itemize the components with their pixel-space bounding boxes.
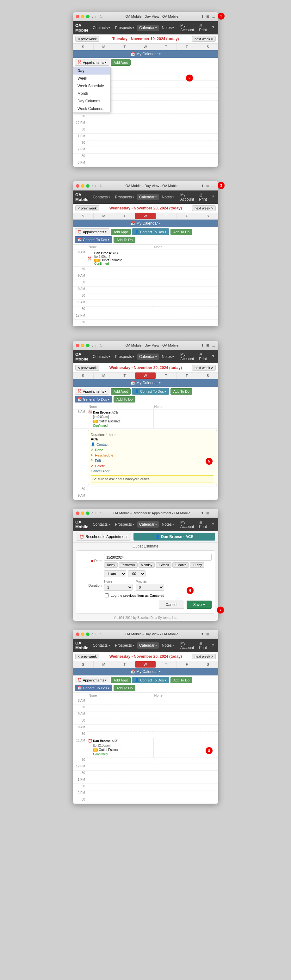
refresh-btn-3[interactable]: ↻ <box>99 343 103 348</box>
nav-contacts-2[interactable]: Contacts ▾ <box>91 194 112 200</box>
add-todo-btn-2[interactable]: Add To Do <box>171 229 192 235</box>
time-slot-12pm[interactable] <box>87 120 218 127</box>
save-form-btn[interactable]: Save ▾ <box>187 601 212 609</box>
share-icon-4[interactable]: ⬆ <box>201 511 204 515</box>
tab-icon-3[interactable]: ⊞ <box>206 344 209 347</box>
minimize-btn-4[interactable] <box>81 511 85 515</box>
back-btn-3[interactable]: ‹ <box>91 343 93 348</box>
contact-todo-btn-5[interactable]: 👤 Contact To Dos ▾ <box>132 677 169 683</box>
nav-notes-2[interactable]: Notes ▾ <box>160 194 176 200</box>
appt-entry-3[interactable]: ⏰ Dan Broese ACE [to 9:00am] 🟡 Outlet Es… <box>88 410 153 428</box>
day-w1-2[interactable]: W <box>135 213 156 219</box>
appt-entry-5[interactable]: ⏰ Dan Broese ACE [to 12:00pm] 🟡 Outlet E… <box>88 739 153 756</box>
close-btn-3[interactable] <box>76 344 79 347</box>
monday-btn[interactable]: Monday <box>139 562 155 568</box>
prev-week-btn-5[interactable]: < prev week <box>75 654 99 659</box>
dropdown-day-columns[interactable]: Day Columns <box>73 97 110 105</box>
dropdown-day[interactable]: Day <box>73 67 110 75</box>
plus-one-day-btn[interactable]: +1 day <box>190 562 204 568</box>
nav-notes-3[interactable]: Notes ▾ <box>160 353 176 360</box>
appointments-btn-5[interactable]: ⏰ Appointments ▾ <box>75 677 109 683</box>
more-icon[interactable]: … <box>212 14 215 19</box>
add-appt-btn-1[interactable]: Add Appt <box>111 59 131 66</box>
tab-icon[interactable]: ⊞ <box>206 14 209 19</box>
tab-icon-2[interactable]: ⊞ <box>206 184 209 188</box>
back-btn-4[interactable]: ‹ <box>91 511 93 515</box>
day-s2[interactable]: S <box>197 44 218 50</box>
day-t1[interactable]: T <box>114 44 135 50</box>
popup-done-3[interactable]: ✓ Done <box>91 447 214 452</box>
cancel-form-btn[interactable]: Cancel <box>159 601 184 609</box>
refresh-btn-2[interactable]: ↻ <box>99 183 103 188</box>
maximize-btn-2[interactable] <box>86 184 90 188</box>
time-slot-3pm[interactable] <box>87 160 218 167</box>
nav-contacts-1[interactable]: Contacts ▾ <box>91 25 112 31</box>
nav-help-2[interactable]: ? <box>210 194 216 200</box>
contact-todo-btn-2[interactable]: 👤 Contact To Dos ▾ <box>132 228 169 235</box>
day-s2-2[interactable]: S <box>197 213 218 219</box>
minutes-select[interactable]: 0 <box>136 584 164 591</box>
cal-dropdown-arrow-2[interactable]: ▾ <box>159 222 161 225</box>
refresh-btn-4[interactable]: ↻ <box>99 511 103 515</box>
close-btn-5[interactable] <box>76 633 79 636</box>
time-slot-1130[interactable] <box>87 114 218 120</box>
add-todo-btn-2b[interactable]: Add To Do <box>114 237 135 243</box>
nav-print-3[interactable]: 🖨 Print <box>197 351 209 362</box>
back-btn-5[interactable]: ‹ <box>91 632 93 636</box>
general-todo-btn-2[interactable]: 📅 General To Dos ▾ <box>75 236 112 243</box>
popup-cancel-appt-3[interactable]: Cancel Appt <box>91 469 214 474</box>
nav-calendar-3[interactable]: Calendar ▾ <box>137 353 159 360</box>
cal-dropdown-arrow-5[interactable]: ▾ <box>159 670 161 673</box>
day-f1[interactable]: F <box>177 44 198 50</box>
next-week-btn-5[interactable]: next week > <box>192 654 216 659</box>
add-todo-btn-5[interactable]: Add To Do <box>171 677 192 683</box>
add-todo-btn-3[interactable]: Add To Do <box>171 388 192 395</box>
close-button[interactable] <box>76 15 79 18</box>
forward-btn-2[interactable]: › <box>95 183 96 188</box>
next-week-btn-1[interactable]: next week > <box>192 36 216 42</box>
nav-calendar-5[interactable]: Calendar ▾ <box>137 642 159 649</box>
share-icon[interactable]: ⬆ <box>201 14 204 19</box>
close-btn-4[interactable] <box>76 511 79 515</box>
minimize-btn-2[interactable] <box>81 184 85 188</box>
nav-notes-5[interactable]: Notes ▾ <box>160 642 176 649</box>
maximize-button[interactable] <box>86 15 90 18</box>
reschedule-header-btn[interactable]: ⏰ Reschedule Appointment <box>76 533 131 541</box>
nav-prospects-2[interactable]: Prospects ▾ <box>113 194 136 200</box>
date-input[interactable] <box>104 554 212 561</box>
nav-print-1[interactable]: 🖨 Print <box>197 22 209 33</box>
nav-print-5[interactable]: 🖨 Print <box>197 640 209 651</box>
nav-calendar-4[interactable]: Calendar ▾ <box>137 521 159 528</box>
nav-help-5[interactable]: ? <box>210 642 216 649</box>
share-icon-3[interactable]: ⬆ <box>201 344 204 347</box>
hours-select[interactable]: 1 <box>104 584 133 591</box>
time-slot-8am-2b[interactable] <box>153 250 219 266</box>
nav-myaccount-1[interactable]: My Account <box>178 22 196 33</box>
appointments-arrow-1[interactable]: ▾ <box>105 61 107 64</box>
day-m1-2[interactable]: M <box>94 213 115 219</box>
tab-icon-4[interactable]: ⊞ <box>206 511 209 515</box>
back-btn-2[interactable]: ‹ <box>91 183 93 188</box>
refresh-button[interactable]: ↻ <box>99 14 103 19</box>
add-appt-btn-5[interactable]: Add Appt <box>111 677 131 683</box>
day-s1[interactable]: S <box>73 44 94 50</box>
time-slot-130[interactable] <box>87 140 218 146</box>
day-t2-2[interactable]: T <box>156 213 177 219</box>
appointments-btn-3[interactable]: ⏰ Appointments ▾ <box>75 388 109 395</box>
day-s1-2[interactable]: S <box>73 213 94 219</box>
appt-block-2[interactable]: Dan Broese ACE [to 9:00am] 🟡 Outlet Esti… <box>93 251 123 266</box>
nav-print-4[interactable]: 🖨 Print <box>197 519 209 530</box>
log-canceled-checkbox[interactable] <box>105 593 109 597</box>
dropdown-month[interactable]: Month <box>73 90 110 97</box>
appointments-btn-2[interactable]: ⏰ Appointments ▾ <box>75 228 109 235</box>
dropdown-week[interactable]: Week <box>73 75 110 82</box>
nav-prospects-4[interactable]: Prospects ▾ <box>113 521 136 528</box>
next-week-btn-2[interactable]: next week > <box>192 205 216 211</box>
time-slot-230[interactable] <box>87 154 218 160</box>
time-slot-9am-2[interactable] <box>87 273 153 280</box>
dropdown-week-schedule[interactable]: Week Schedule <box>73 82 110 90</box>
nav-myaccount-4[interactable]: My Account <box>178 519 196 530</box>
nav-prospects-1[interactable]: Prospects ▾ <box>113 25 136 31</box>
tab-icon-5[interactable]: ⊞ <box>206 632 209 636</box>
time-slot-8am-2[interactable]: ⏰ Dan Broese ACE [to 9:00am] 🟡 Outlet Es… <box>87 250 153 266</box>
